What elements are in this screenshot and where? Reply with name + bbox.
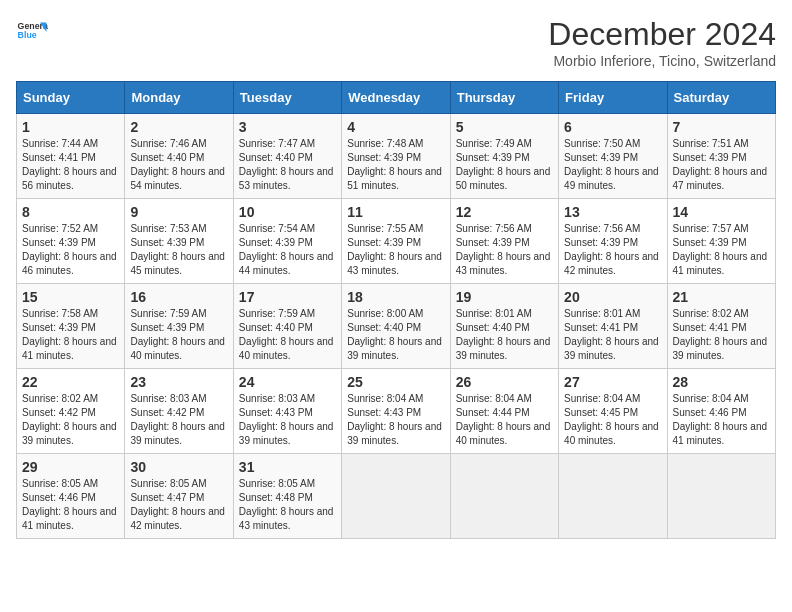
day-number: 25 — [347, 374, 444, 390]
logo: General Blue — [16, 16, 48, 48]
col-header-thursday: Thursday — [450, 82, 558, 114]
calendar-cell: 1Sunrise: 7:44 AMSunset: 4:41 PMDaylight… — [17, 114, 125, 199]
day-number: 23 — [130, 374, 227, 390]
day-info: Sunrise: 7:52 AMSunset: 4:39 PMDaylight:… — [22, 222, 119, 278]
calendar-cell: 12Sunrise: 7:56 AMSunset: 4:39 PMDayligh… — [450, 199, 558, 284]
col-header-wednesday: Wednesday — [342, 82, 450, 114]
calendar-cell: 27Sunrise: 8:04 AMSunset: 4:45 PMDayligh… — [559, 369, 667, 454]
day-info: Sunrise: 8:03 AMSunset: 4:43 PMDaylight:… — [239, 392, 336, 448]
calendar-cell: 22Sunrise: 8:02 AMSunset: 4:42 PMDayligh… — [17, 369, 125, 454]
day-info: Sunrise: 7:50 AMSunset: 4:39 PMDaylight:… — [564, 137, 661, 193]
day-number: 3 — [239, 119, 336, 135]
day-number: 24 — [239, 374, 336, 390]
calendar-cell: 23Sunrise: 8:03 AMSunset: 4:42 PMDayligh… — [125, 369, 233, 454]
calendar-cell: 7Sunrise: 7:51 AMSunset: 4:39 PMDaylight… — [667, 114, 775, 199]
day-number: 8 — [22, 204, 119, 220]
calendar-cell — [450, 454, 558, 539]
day-info: Sunrise: 7:49 AMSunset: 4:39 PMDaylight:… — [456, 137, 553, 193]
day-number: 28 — [673, 374, 770, 390]
day-number: 14 — [673, 204, 770, 220]
calendar-cell: 29Sunrise: 8:05 AMSunset: 4:46 PMDayligh… — [17, 454, 125, 539]
day-number: 19 — [456, 289, 553, 305]
calendar-cell: 17Sunrise: 7:59 AMSunset: 4:40 PMDayligh… — [233, 284, 341, 369]
calendar-cell: 19Sunrise: 8:01 AMSunset: 4:40 PMDayligh… — [450, 284, 558, 369]
calendar-cell — [342, 454, 450, 539]
location-title: Morbio Inferiore, Ticino, Switzerland — [548, 53, 776, 69]
day-info: Sunrise: 7:56 AMSunset: 4:39 PMDaylight:… — [456, 222, 553, 278]
day-number: 22 — [22, 374, 119, 390]
calendar-cell: 26Sunrise: 8:04 AMSunset: 4:44 PMDayligh… — [450, 369, 558, 454]
calendar-week-2: 8Sunrise: 7:52 AMSunset: 4:39 PMDaylight… — [17, 199, 776, 284]
day-number: 6 — [564, 119, 661, 135]
day-info: Sunrise: 8:05 AMSunset: 4:47 PMDaylight:… — [130, 477, 227, 533]
calendar-cell: 15Sunrise: 7:58 AMSunset: 4:39 PMDayligh… — [17, 284, 125, 369]
calendar-week-3: 15Sunrise: 7:58 AMSunset: 4:39 PMDayligh… — [17, 284, 776, 369]
day-number: 29 — [22, 459, 119, 475]
calendar-cell: 20Sunrise: 8:01 AMSunset: 4:41 PMDayligh… — [559, 284, 667, 369]
calendar-cell: 21Sunrise: 8:02 AMSunset: 4:41 PMDayligh… — [667, 284, 775, 369]
calendar-cell: 8Sunrise: 7:52 AMSunset: 4:39 PMDaylight… — [17, 199, 125, 284]
day-info: Sunrise: 7:59 AMSunset: 4:40 PMDaylight:… — [239, 307, 336, 363]
day-info: Sunrise: 8:00 AMSunset: 4:40 PMDaylight:… — [347, 307, 444, 363]
day-info: Sunrise: 8:05 AMSunset: 4:48 PMDaylight:… — [239, 477, 336, 533]
day-info: Sunrise: 8:04 AMSunset: 4:45 PMDaylight:… — [564, 392, 661, 448]
calendar-week-4: 22Sunrise: 8:02 AMSunset: 4:42 PMDayligh… — [17, 369, 776, 454]
day-info: Sunrise: 7:44 AMSunset: 4:41 PMDaylight:… — [22, 137, 119, 193]
col-header-tuesday: Tuesday — [233, 82, 341, 114]
calendar-cell: 11Sunrise: 7:55 AMSunset: 4:39 PMDayligh… — [342, 199, 450, 284]
calendar-cell: 2Sunrise: 7:46 AMSunset: 4:40 PMDaylight… — [125, 114, 233, 199]
calendar-cell: 16Sunrise: 7:59 AMSunset: 4:39 PMDayligh… — [125, 284, 233, 369]
day-info: Sunrise: 7:58 AMSunset: 4:39 PMDaylight:… — [22, 307, 119, 363]
col-header-saturday: Saturday — [667, 82, 775, 114]
calendar-cell — [559, 454, 667, 539]
day-number: 17 — [239, 289, 336, 305]
calendar-table: SundayMondayTuesdayWednesdayThursdayFrid… — [16, 81, 776, 539]
day-info: Sunrise: 8:01 AMSunset: 4:40 PMDaylight:… — [456, 307, 553, 363]
calendar-cell: 30Sunrise: 8:05 AMSunset: 4:47 PMDayligh… — [125, 454, 233, 539]
calendar-cell: 13Sunrise: 7:56 AMSunset: 4:39 PMDayligh… — [559, 199, 667, 284]
day-number: 5 — [456, 119, 553, 135]
col-header-sunday: Sunday — [17, 82, 125, 114]
day-number: 31 — [239, 459, 336, 475]
day-number: 16 — [130, 289, 227, 305]
day-info: Sunrise: 7:54 AMSunset: 4:39 PMDaylight:… — [239, 222, 336, 278]
title-area: December 2024 Morbio Inferiore, Ticino, … — [548, 16, 776, 69]
day-info: Sunrise: 8:03 AMSunset: 4:42 PMDaylight:… — [130, 392, 227, 448]
calendar-cell: 10Sunrise: 7:54 AMSunset: 4:39 PMDayligh… — [233, 199, 341, 284]
day-info: Sunrise: 7:48 AMSunset: 4:39 PMDaylight:… — [347, 137, 444, 193]
day-number: 2 — [130, 119, 227, 135]
calendar-week-1: 1Sunrise: 7:44 AMSunset: 4:41 PMDaylight… — [17, 114, 776, 199]
svg-text:Blue: Blue — [18, 30, 37, 40]
day-info: Sunrise: 7:51 AMSunset: 4:39 PMDaylight:… — [673, 137, 770, 193]
day-info: Sunrise: 7:53 AMSunset: 4:39 PMDaylight:… — [130, 222, 227, 278]
day-number: 20 — [564, 289, 661, 305]
calendar-cell: 31Sunrise: 8:05 AMSunset: 4:48 PMDayligh… — [233, 454, 341, 539]
day-info: Sunrise: 8:01 AMSunset: 4:41 PMDaylight:… — [564, 307, 661, 363]
calendar-cell: 25Sunrise: 8:04 AMSunset: 4:43 PMDayligh… — [342, 369, 450, 454]
calendar-cell: 14Sunrise: 7:57 AMSunset: 4:39 PMDayligh… — [667, 199, 775, 284]
calendar-cell: 5Sunrise: 7:49 AMSunset: 4:39 PMDaylight… — [450, 114, 558, 199]
day-info: Sunrise: 7:59 AMSunset: 4:39 PMDaylight:… — [130, 307, 227, 363]
day-info: Sunrise: 7:47 AMSunset: 4:40 PMDaylight:… — [239, 137, 336, 193]
day-number: 12 — [456, 204, 553, 220]
day-number: 18 — [347, 289, 444, 305]
day-info: Sunrise: 8:04 AMSunset: 4:43 PMDaylight:… — [347, 392, 444, 448]
day-number: 4 — [347, 119, 444, 135]
day-number: 15 — [22, 289, 119, 305]
day-number: 21 — [673, 289, 770, 305]
day-number: 26 — [456, 374, 553, 390]
day-info: Sunrise: 7:55 AMSunset: 4:39 PMDaylight:… — [347, 222, 444, 278]
day-info: Sunrise: 8:04 AMSunset: 4:44 PMDaylight:… — [456, 392, 553, 448]
day-number: 10 — [239, 204, 336, 220]
calendar-cell: 9Sunrise: 7:53 AMSunset: 4:39 PMDaylight… — [125, 199, 233, 284]
calendar-cell: 4Sunrise: 7:48 AMSunset: 4:39 PMDaylight… — [342, 114, 450, 199]
logo-icon: General Blue — [16, 16, 48, 48]
calendar-cell: 28Sunrise: 8:04 AMSunset: 4:46 PMDayligh… — [667, 369, 775, 454]
header: General Blue December 2024 Morbio Inferi… — [16, 16, 776, 69]
calendar-week-5: 29Sunrise: 8:05 AMSunset: 4:46 PMDayligh… — [17, 454, 776, 539]
day-number: 30 — [130, 459, 227, 475]
day-info: Sunrise: 8:04 AMSunset: 4:46 PMDaylight:… — [673, 392, 770, 448]
day-number: 13 — [564, 204, 661, 220]
calendar-cell: 18Sunrise: 8:00 AMSunset: 4:40 PMDayligh… — [342, 284, 450, 369]
day-info: Sunrise: 7:57 AMSunset: 4:39 PMDaylight:… — [673, 222, 770, 278]
